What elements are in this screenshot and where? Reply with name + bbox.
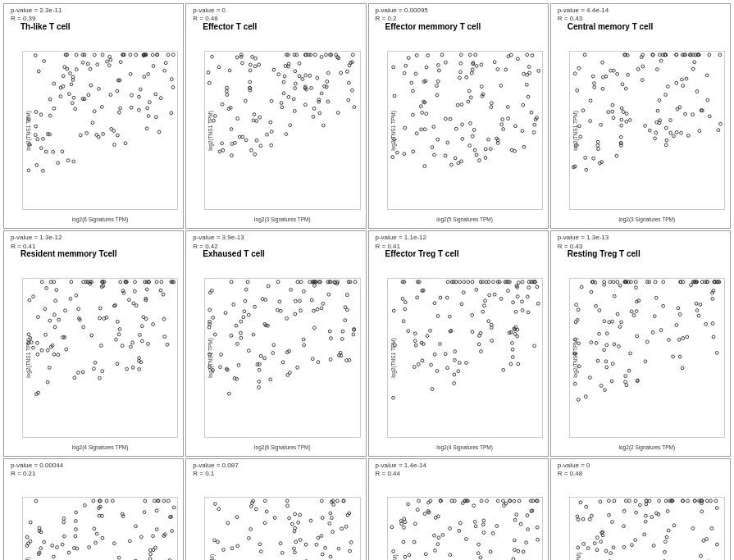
svg-point-744 — [511, 356, 514, 359]
svg-point-143 — [244, 139, 248, 142]
svg-point-1363 — [665, 535, 668, 539]
svg-point-282 — [458, 61, 462, 65]
plot-3: p-value = 0.00095R = 0.2Effector memmory… — [368, 3, 549, 229]
svg-point-277 — [431, 125, 435, 129]
svg-point-906 — [625, 384, 628, 387]
svg-point-280 — [444, 117, 447, 121]
svg-point-835 — [521, 309, 524, 312]
svg-point-119 — [146, 107, 149, 110]
svg-point-1165 — [291, 522, 294, 526]
svg-point-22 — [70, 83, 73, 86]
svg-point-800 — [426, 335, 429, 338]
svg-point-262 — [499, 123, 503, 126]
svg-point-376 — [664, 143, 668, 147]
svg-point-175 — [348, 81, 351, 84]
svg-point-52 — [109, 93, 112, 97]
y-label-11: log2(CD163 TPM) — [373, 498, 416, 561]
svg-point-650 — [303, 344, 306, 347]
svg-point-1176 — [315, 543, 318, 546]
svg-point-777 — [516, 295, 519, 298]
svg-point-468 — [596, 140, 600, 143]
svg-point-1023 — [62, 517, 66, 520]
svg-point-28 — [72, 96, 75, 99]
svg-point-544 — [131, 341, 134, 344]
svg-point-629 — [352, 333, 355, 336]
svg-point-1067 — [94, 541, 98, 544]
svg-point-874 — [711, 322, 714, 326]
svg-point-526 — [52, 353, 56, 357]
svg-point-339 — [440, 53, 444, 57]
svg-point-960 — [111, 499, 114, 502]
svg-point-749 — [458, 280, 461, 284]
svg-point-448 — [659, 59, 663, 62]
svg-point-315 — [456, 162, 459, 165]
svg-point-721 — [520, 300, 523, 303]
svg-point-326 — [419, 128, 422, 131]
svg-point-729 — [506, 289, 509, 293]
svg-point-478 — [683, 112, 686, 116]
svg-point-189 — [308, 74, 312, 77]
svg-point-1408 — [714, 499, 718, 502]
svg-point-78 — [91, 121, 94, 125]
svg-point-506 — [163, 335, 166, 339]
svg-point-637 — [252, 333, 255, 336]
svg-point-682 — [272, 344, 276, 347]
svg-point-207 — [254, 65, 258, 68]
svg-point-264 — [520, 130, 523, 133]
svg-point-179 — [272, 68, 276, 71]
x-label-1: log2(6 Signatures TPM) — [23, 216, 177, 222]
plot-stats-8: p-value = 1.3e-13R = 0.43 — [558, 234, 609, 251]
svg-point-187 — [320, 55, 323, 58]
svg-point-361 — [708, 115, 711, 118]
svg-point-618 — [294, 312, 297, 316]
plot-stats-3: p-value = 0.00095R = 0.2 — [376, 7, 428, 24]
svg-point-36 — [93, 110, 96, 113]
svg-point-664 — [242, 316, 245, 319]
svg-point-586 — [138, 334, 141, 337]
svg-point-416 — [691, 113, 694, 116]
svg-point-454 — [668, 119, 672, 122]
svg-point-787 — [436, 315, 440, 318]
svg-point-293 — [499, 84, 502, 88]
svg-point-911 — [689, 284, 692, 287]
svg-point-783 — [511, 348, 514, 352]
svg-point-1404 — [650, 515, 654, 518]
svg-point-328 — [415, 54, 418, 57]
svg-point-1390 — [643, 532, 646, 535]
svg-point-29 — [108, 55, 112, 58]
svg-point-1005 — [75, 510, 78, 513]
svg-point-499 — [65, 348, 68, 351]
svg-point-75 — [152, 65, 155, 68]
svg-point-88 — [74, 107, 77, 111]
plot-stats-2: p-value = 0R = 0.48 — [193, 7, 226, 24]
svg-point-1433 — [666, 509, 669, 512]
svg-point-875 — [711, 298, 714, 301]
y-label-8: log2(TNS1 TPM) — [555, 279, 595, 436]
svg-point-923 — [654, 297, 658, 300]
svg-point-287 — [475, 65, 478, 68]
plot-9: p-value = 0.00044R = 0.21log2(IRF5 TPM)l… — [3, 458, 184, 561]
svg-point-390 — [654, 131, 658, 134]
svg-point-1236 — [512, 557, 515, 560]
svg-point-1205 — [424, 552, 427, 555]
svg-point-418 — [679, 131, 682, 134]
svg-point-1262 — [416, 508, 419, 511]
svg-point-135 — [325, 53, 328, 57]
svg-point-313 — [435, 84, 438, 88]
svg-point-1220 — [536, 538, 539, 541]
plot-stats-5: p-value = 1.3e-12R = 0.41 — [11, 234, 62, 251]
svg-point-566 — [53, 313, 57, 316]
svg-point-27 — [164, 61, 167, 65]
svg-point-304 — [490, 102, 493, 105]
svg-point-383 — [663, 93, 667, 97]
svg-point-873 — [600, 385, 603, 388]
svg-point-1396 — [622, 509, 626, 512]
svg-point-855 — [695, 309, 699, 312]
svg-point-808 — [516, 362, 519, 366]
svg-point-181 — [287, 95, 290, 98]
svg-point-294 — [522, 145, 525, 148]
svg-point-546 — [121, 344, 124, 348]
svg-point-773 — [475, 289, 478, 292]
svg-point-108 — [116, 89, 119, 93]
svg-point-215 — [251, 55, 254, 58]
